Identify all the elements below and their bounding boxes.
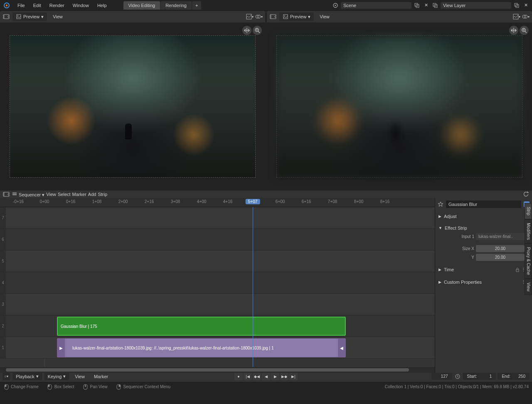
sequencer-menu-marker[interactable]: Marker	[72, 192, 86, 197]
playback-marker-menu[interactable]: Marker	[91, 373, 111, 380]
new-scene-icon[interactable]	[413, 2, 421, 9]
preview-mode-dropdown[interactable]: Preview ▾	[279, 12, 314, 21]
ruler-tick: 0+00	[40, 199, 49, 204]
menu-edit[interactable]: Edit	[29, 1, 45, 10]
preview-canvas-left[interactable]	[0, 22, 265, 191]
overlay-icon[interactable]: ▾	[522, 13, 530, 20]
preview-image-left	[10, 35, 256, 178]
timeline-ruler[interactable]: -0+16 0+00 0+16 1+08 2+00 2+16 3+08 4+00…	[0, 198, 435, 207]
overlay-icon[interactable]: ▾	[255, 13, 263, 20]
effect-strip[interactable]: Gaussian Blur | 175	[57, 317, 346, 336]
timeline-scrollbar[interactable]	[0, 367, 435, 373]
preview-mode-dropdown[interactable]: Preview ▾	[12, 12, 47, 21]
chevron-down-icon: ▾	[308, 14, 310, 20]
timeline-area[interactable]: -0+16 0+00 0+16 1+08 2+00 2+16 3+08 4+00…	[0, 198, 435, 373]
strip-name-input[interactable]	[446, 201, 521, 208]
editor-type-timeline-icon[interactable]: ▾	[2, 373, 10, 380]
section-custom-properties[interactable]: ▶Custom Properties ⋮⋮	[438, 278, 529, 287]
delete-layer-icon[interactable]: ✕	[522, 2, 530, 9]
chevron-down-icon: ▾	[36, 374, 39, 379]
menu-file[interactable]: File	[13, 1, 29, 10]
play-button[interactable]: ▶	[271, 373, 279, 380]
menu-render[interactable]: Render	[45, 1, 69, 10]
input1-label: Input 1	[438, 234, 474, 239]
preview-panel-right: Preview ▾ View ▾ ▾	[267, 11, 532, 191]
scene-name-input[interactable]	[343, 3, 385, 8]
svg-rect-11	[3, 15, 5, 19]
play-reverse-button[interactable]: ◀	[262, 373, 270, 380]
workspace-add-button[interactable]: +	[192, 1, 201, 10]
channels-icon[interactable]: ▾	[513, 13, 520, 20]
jump-to-prev-keyframe-button[interactable]: ◆◀	[253, 373, 261, 380]
jump-to-next-keyframe-button[interactable]: ▶◆	[280, 373, 288, 380]
workspace-tab-video-editing[interactable]: Video Editing	[123, 1, 160, 10]
new-layer-icon[interactable]	[513, 2, 520, 9]
tab-modifiers[interactable]: Modifiers	[525, 219, 532, 244]
ruler-tick: 4+00	[197, 199, 207, 204]
image-strip[interactable]: ▶ lukas-walzer-final-artstation-1800x103…	[57, 338, 346, 357]
preview-view-menu[interactable]: View	[49, 13, 66, 20]
browse-scene-icon[interactable]	[332, 2, 339, 9]
refresh-icon[interactable]	[522, 191, 530, 198]
scene-name-field[interactable]	[341, 2, 411, 9]
playback-dropdown[interactable]: Playback▾	[12, 372, 42, 380]
jump-to-start-button[interactable]: |◀	[244, 373, 252, 380]
strip-handle-left[interactable]: ▶	[57, 339, 65, 357]
menu-window[interactable]: Window	[69, 1, 93, 10]
svg-rect-27	[3, 192, 5, 196]
sequencer-menu-strip[interactable]: Strip	[98, 192, 107, 197]
playhead-label[interactable]: 5+07	[246, 199, 260, 204]
pan-view-icon[interactable]	[242, 26, 251, 35]
sizex-field[interactable]: 20.00	[476, 245, 525, 252]
top-menu-bar: File Edit Render Window Help Video Editi…	[0, 0, 532, 11]
strip-handle-right[interactable]: ◀	[338, 339, 345, 357]
jump-to-end-button[interactable]: ▶|	[289, 373, 298, 380]
sizey-label: Y	[438, 255, 474, 260]
zoom-icon[interactable]	[253, 26, 262, 35]
preview-image-right	[276, 35, 522, 178]
start-frame-field[interactable]: Start:1	[463, 373, 496, 380]
image-icon	[283, 14, 288, 20]
sequencer-menu-view[interactable]: View	[46, 192, 56, 197]
view-layer-field[interactable]	[441, 2, 511, 9]
sequencer-icon	[12, 191, 17, 197]
keying-dropdown[interactable]: Keying▾	[44, 372, 69, 380]
input1-value: lukas-walzer-final..	[476, 233, 529, 240]
sequencer-menu-add[interactable]: Add	[88, 192, 96, 197]
tab-strip[interactable]: Strip	[525, 203, 532, 219]
status-change-frame: Change Frame	[3, 384, 39, 390]
tab-proxy-cache[interactable]: Proxy & Cache	[525, 243, 532, 279]
track-number: 5	[0, 250, 6, 272]
playback-view-menu[interactable]: View	[71, 373, 88, 380]
section-effect-strip[interactable]: ▼Effect Strip	[438, 224, 529, 232]
view-layer-input[interactable]	[443, 3, 485, 8]
browse-layer-icon[interactable]	[431, 2, 439, 9]
preview-canvas-right[interactable]	[267, 22, 532, 191]
menu-help[interactable]: Help	[93, 1, 111, 10]
preview-range-icon[interactable]	[454, 373, 461, 380]
section-time[interactable]: ▶Time ⋮⋮	[438, 265, 529, 274]
pan-view-icon[interactable]	[509, 26, 518, 35]
preview-view-menu[interactable]: View	[316, 13, 333, 20]
svg-rect-40	[119, 384, 121, 387]
timeline-tracks[interactable]: 7 6 5 4 3 2 Gaussian Blur | 175 1 ▶ luka…	[0, 207, 435, 367]
tab-view[interactable]: View	[525, 279, 532, 295]
ruler-tick: 3+08	[171, 199, 180, 204]
editor-type-icon[interactable]	[2, 13, 10, 20]
delete-scene-icon[interactable]: ✕	[422, 2, 430, 9]
sizey-field[interactable]: 20.00	[476, 254, 525, 261]
playhead-line[interactable]	[253, 207, 253, 367]
zoom-icon[interactable]	[520, 26, 529, 35]
auto-keyframe-button[interactable]: ●	[234, 373, 243, 380]
sequencer-menu-select[interactable]: Select	[58, 192, 71, 197]
workspace-tab-rendering[interactable]: Rendering	[160, 1, 192, 10]
channels-icon[interactable]: ▾	[246, 13, 254, 20]
lock-icon[interactable]	[515, 267, 520, 273]
editor-type-icon[interactable]	[269, 13, 277, 20]
end-frame-field[interactable]: End:250	[498, 373, 530, 380]
sequencer-mode-dropdown[interactable]: Sequencer ▾	[12, 191, 44, 198]
editor-type-icon[interactable]	[2, 191, 10, 198]
section-adjust[interactable]: ▶Adjust	[438, 212, 529, 221]
ruler-tick: 0+16	[66, 199, 76, 204]
current-frame-field[interactable]: 127	[431, 373, 452, 380]
